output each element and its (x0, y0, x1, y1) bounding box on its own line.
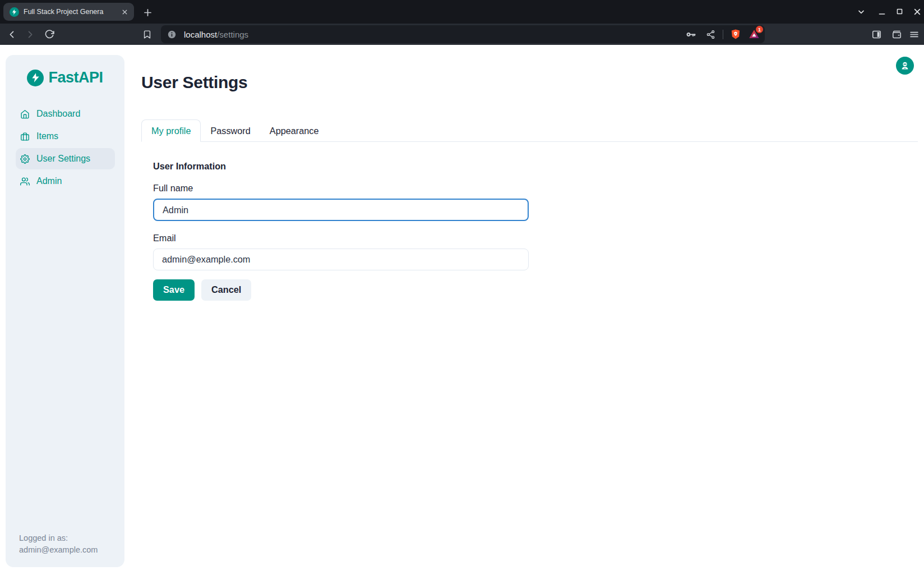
key-icon[interactable] (685, 29, 696, 40)
logged-in-email: admin@example.com (19, 544, 98, 556)
sidebar: FastAPI Dashboard Items User Settings (6, 55, 124, 567)
tab-password[interactable]: Password (201, 119, 260, 142)
url-host: localhost (184, 30, 217, 39)
section-title: User Information (153, 161, 918, 172)
fastapi-favicon (10, 7, 19, 17)
brave-shield-icon[interactable] (730, 29, 741, 40)
brand-name: FastAPI (48, 69, 103, 86)
browser-tab[interactable]: Full Stack Project Genera (3, 3, 134, 21)
side-panel-icon[interactable] (870, 24, 883, 45)
wallet-icon[interactable] (890, 24, 903, 45)
email-label: Email (153, 233, 918, 244)
main-content: User Settings My profile Password Appear… (141, 73, 918, 301)
tab-appearance[interactable]: Appearance (260, 119, 329, 142)
menu-icon[interactable] (907, 24, 921, 45)
forward-icon[interactable] (23, 24, 36, 45)
site-info-icon[interactable] (167, 30, 177, 39)
url-actions: 1 (685, 29, 765, 40)
window-close-icon[interactable] (912, 7, 922, 16)
profile-panel: User Information Full name Email Save Ca… (141, 142, 918, 301)
back-icon[interactable] (5, 24, 19, 45)
brand: FastAPI (6, 69, 124, 86)
maximize-icon[interactable] (895, 7, 904, 16)
new-tab-icon[interactable] (141, 6, 154, 19)
page-title: User Settings (141, 73, 918, 92)
browser-titlebar: Full Stack Project Genera (0, 0, 924, 24)
url-path: /settings (217, 30, 248, 39)
settings-tabs: My profile Password Appearance (141, 119, 918, 142)
fullname-field[interactable] (153, 199, 529, 221)
share-icon[interactable] (705, 29, 716, 40)
chevron-down-icon[interactable] (856, 7, 866, 16)
cancel-button[interactable]: Cancel (201, 279, 251, 301)
toolbar-separator (723, 30, 723, 39)
side-nav: Dashboard Items User Settings Admin (16, 103, 115, 192)
tab-title: Full Stack Project Genera (24, 8, 112, 16)
minimize-icon[interactable] (877, 7, 886, 16)
browser-window: Full Stack Project Genera (0, 0, 924, 575)
address-bar[interactable]: localhost/settings (161, 25, 765, 43)
rewards-badge: 1 (756, 26, 763, 33)
briefcase-icon (20, 132, 30, 141)
home-icon (20, 109, 30, 119)
tab-close-icon[interactable] (119, 7, 130, 17)
save-button[interactable]: Save (153, 279, 195, 301)
fullname-label: Full name (153, 183, 918, 194)
sidebar-item-label: User Settings (36, 154, 90, 164)
brave-rewards-icon[interactable]: 1 (749, 29, 760, 40)
sidebar-item-items[interactable]: Items (16, 126, 115, 147)
user-menu-button[interactable] (896, 57, 914, 75)
sidebar-item-dashboard[interactable]: Dashboard (16, 103, 115, 125)
page-viewport: FastAPI Dashboard Items User Settings (0, 45, 924, 575)
sidebar-item-label: Items (36, 131, 58, 141)
sidebar-item-label: Admin (36, 176, 62, 186)
browser-toolbar: localhost/settings (0, 24, 924, 45)
logged-in-label: Logged in as: (19, 532, 98, 545)
tab-my-profile[interactable]: My profile (141, 119, 201, 142)
form-actions: Save Cancel (153, 279, 918, 301)
reload-icon[interactable] (43, 24, 56, 45)
sidebar-footer: Logged in as: admin@example.com (19, 532, 98, 557)
fastapi-logo-icon (27, 70, 44, 86)
sidebar-item-label: Dashboard (36, 109, 80, 119)
gear-icon (20, 154, 30, 164)
sidebar-item-admin[interactable]: Admin (16, 171, 115, 192)
url-text: localhost/settings (184, 30, 248, 39)
sidebar-item-user-settings[interactable]: User Settings (16, 148, 115, 169)
email-field[interactable] (153, 249, 529, 270)
tab-title-fade (104, 3, 118, 21)
user-astronaut-icon (900, 61, 910, 71)
users-icon (20, 177, 30, 186)
bookmark-icon[interactable] (140, 24, 154, 45)
